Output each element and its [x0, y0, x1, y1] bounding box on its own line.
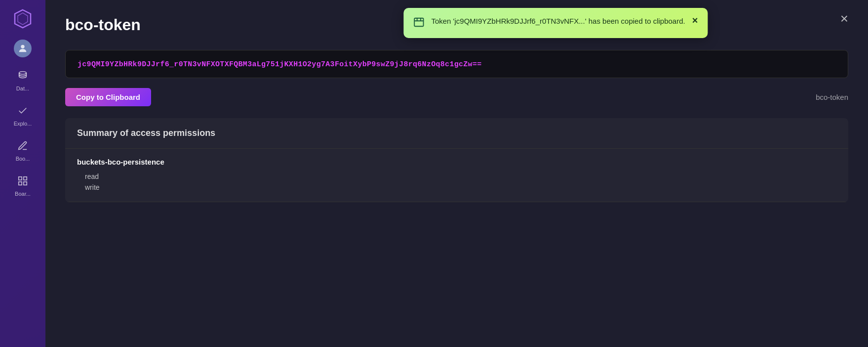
sidebar-item-explore-label: Explo... [14, 121, 32, 127]
sidebar-item-data[interactable]: Dat... [5, 65, 40, 96]
explore-icon [17, 105, 28, 119]
permissions-header: Summary of access permissions [65, 118, 848, 149]
sidebar-item-board-label: Boar... [15, 191, 31, 197]
sidebar-item-book[interactable]: Boo... [5, 135, 40, 167]
svg-rect-6 [19, 182, 22, 185]
toast-close-button[interactable]: × [692, 15, 698, 26]
sidebar-item-book-label: Boo... [16, 156, 30, 162]
token-name-label: bco-token [816, 93, 848, 101]
permission-group-name: buckets-bco-persistence [77, 158, 836, 166]
svg-point-2 [21, 45, 24, 48]
token-actions-row: Copy to Clipboard bco-token [65, 88, 848, 106]
modal-close-button[interactable]: × [840, 12, 848, 26]
permissions-section: Summary of access permissions buckets-bc… [65, 118, 848, 202]
svg-point-3 [19, 72, 27, 75]
permission-read: read [77, 171, 836, 182]
sidebar: Dat... Explo... Boo... Boar... [0, 0, 45, 347]
token-modal: bco-token × jc9QMI9YZbHRk9DJJrf6_r0TN3vN… [45, 0, 868, 347]
book-icon [17, 140, 28, 154]
svg-rect-5 [24, 177, 27, 180]
data-icon [17, 70, 28, 84]
permission-group: buckets-bco-persistence read write [65, 149, 848, 202]
permission-write: write [77, 182, 836, 193]
svg-rect-7 [24, 182, 27, 185]
board-icon [17, 175, 28, 189]
token-value: jc9QMI9YZbHRk9DJJrf6_r0TN3vNFXOTXFQBM3aL… [78, 60, 482, 69]
toast-message: Token 'jc9QMI9YZbHRk9DJJrf6_r0TN3vNFX...… [431, 16, 685, 27]
svg-rect-4 [19, 177, 22, 180]
svg-rect-8 [414, 18, 423, 27]
copy-to-clipboard-button[interactable]: Copy to Clipboard [65, 88, 151, 106]
sidebar-item-data-label: Dat... [16, 86, 29, 91]
token-display-box: jc9QMI9YZbHRk9DJJrf6_r0TN3vNFXOTXFQBM3aL… [65, 50, 848, 78]
sidebar-logo [12, 8, 34, 30]
toast-notification: Token 'jc9QMI9YZbHRk9DJJrf6_r0TN3vNFX...… [403, 8, 708, 38]
svg-marker-1 [18, 13, 28, 25]
toast-icon [413, 17, 424, 30]
sidebar-item-explore[interactable]: Explo... [5, 100, 40, 131]
sidebar-avatar[interactable] [14, 40, 32, 57]
sidebar-item-board[interactable]: Boar... [5, 171, 40, 202]
